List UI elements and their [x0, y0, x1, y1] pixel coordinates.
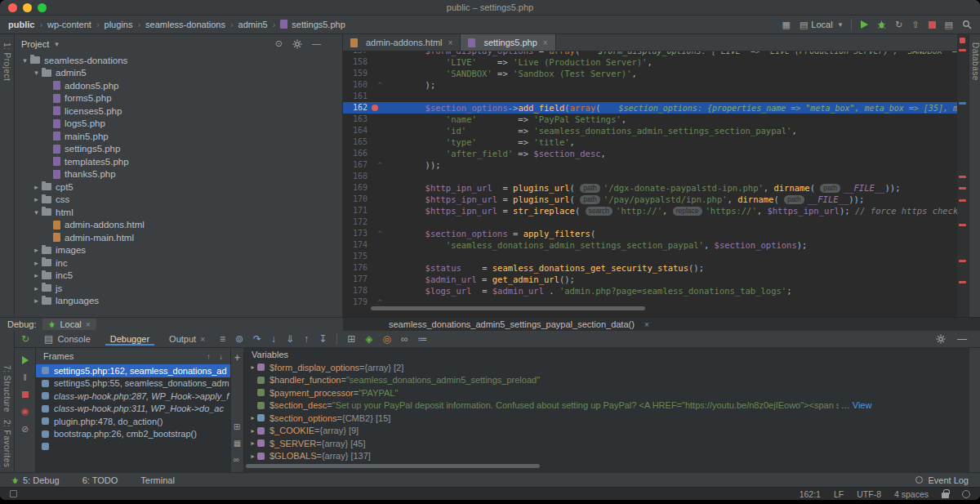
run-to-cursor-icon[interactable]: ↧ — [318, 334, 327, 344]
line-number[interactable]: 178 — [343, 285, 368, 297]
gear-icon[interactable] — [292, 39, 302, 49]
fold-marker-icon[interactable]: ^ — [378, 229, 382, 239]
line-number[interactable]: 179 — [343, 297, 368, 308]
tree-item-admin-addons.html[interactable]: admin-addons.html — [15, 219, 342, 232]
breadcrumb-item-admin5[interactable]: admin5 — [238, 20, 268, 29]
layout-list-icon[interactable]: ≔ — [418, 334, 428, 344]
debug-button[interactable] — [877, 20, 886, 29]
close-icon[interactable]: × — [200, 335, 205, 344]
view-breakpoints-icon[interactable]: ◉ — [21, 407, 29, 416]
step-over-icon[interactable]: ↷ — [253, 334, 261, 344]
editor-tab-admin-addons.html[interactable]: admin-addons.html× — [343, 34, 461, 51]
search-icon[interactable] — [962, 20, 972, 29]
gutter-slot[interactable] — [368, 262, 384, 274]
line-number[interactable]: 174 — [343, 239, 368, 251]
editor-tab-settings5.php[interactable]: settings5.php× — [461, 34, 555, 51]
console-icon[interactable]: ▤ — [945, 20, 953, 29]
error-stripe-mark[interactable] — [959, 49, 966, 51]
tree-item-inc[interactable]: ▸inc — [15, 256, 342, 270]
debug-session-tab[interactable]: Local × — [42, 319, 96, 330]
gutter-slot[interactable] — [368, 68, 384, 79]
tab-output[interactable]: Output × — [164, 332, 210, 346]
frame-row[interactable]: class-wp-hook.php:287, WP_Hook->apply_f — [36, 390, 230, 403]
rerun-icon[interactable]: ↻ — [21, 334, 29, 344]
previous-frame-icon[interactable]: ↑ — [207, 352, 211, 361]
line-number[interactable]: 175 — [343, 251, 368, 262]
evaluate-expression-icon[interactable]: ⊞ — [347, 334, 355, 344]
gutter-slot[interactable] — [368, 274, 384, 285]
close-window-button[interactable] — [8, 3, 17, 12]
line-number[interactable]: 166 — [343, 148, 368, 159]
watch-return-values-icon[interactable]: ∞ — [234, 455, 241, 464]
tree-item-inc5[interactable]: ▸inc5 — [15, 270, 342, 283]
gutter-slot[interactable]: ^ — [368, 228, 384, 239]
variable-row[interactable]: $handler_function = "seamless_donations_… — [244, 374, 969, 387]
variable-row[interactable]: $section_desc = "Set up your PayPal depo… — [244, 399, 969, 413]
line-separator[interactable]: LF — [834, 489, 844, 499]
tree-item-admin5[interactable]: ▾admin5 — [15, 67, 342, 80]
chevron-right-icon[interactable]: ▸ — [248, 414, 257, 421]
breadcrumb-item-plugins[interactable]: plugins — [105, 20, 133, 29]
step-into-icon[interactable]: ↓ — [271, 334, 276, 344]
project-panel-title[interactable]: Project — [21, 39, 49, 49]
chevron-right-icon[interactable]: ▸ — [31, 297, 42, 305]
hide-panel-icon[interactable]: — — [312, 39, 321, 48]
line-number[interactable]: 170 — [343, 194, 368, 205]
resume-program-icon[interactable] — [22, 356, 29, 364]
line-number[interactable]: 163 — [343, 114, 368, 125]
add-watch-icon[interactable]: + — [234, 352, 240, 364]
gutter-slot[interactable] — [368, 56, 384, 68]
frame-row[interactable]: settings5.php:162, seamless_donations_ad — [36, 364, 230, 377]
chevron-right-icon[interactable]: ▸ — [31, 183, 42, 191]
toolstrip-structure-button[interactable]: 7: Structure — [2, 365, 11, 413]
fold-marker-icon[interactable]: ^ — [378, 80, 382, 90]
toolstrip-terminal-button[interactable]: Terminal — [140, 475, 175, 485]
indent-setting[interactable]: 4 spaces — [894, 489, 929, 499]
tree-item-cpt5[interactable]: ▸cpt5 — [15, 181, 342, 194]
step-out-icon[interactable]: ↑ — [304, 334, 309, 344]
close-icon[interactable]: × — [644, 320, 649, 329]
line-number[interactable]: 172 — [343, 216, 368, 228]
stop-button[interactable] — [929, 21, 936, 29]
variable-row[interactable]: $payment_processor = "PAYPAL" — [244, 386, 969, 399]
file-encoding[interactable]: UTF-8 — [857, 489, 881, 499]
event-log-button[interactable]: Event Log — [915, 475, 969, 485]
frame-row[interactable]: settings5.php:55, seamless_donations_adm — [36, 377, 230, 390]
toolstrip-project-button[interactable]: 1: Project — [2, 42, 11, 81]
gutter-slot[interactable] — [368, 182, 384, 194]
toolstrip-todo-button[interactable]: 6: TODO — [82, 475, 118, 485]
mute-breakpoints-icon[interactable]: ⊘ — [21, 425, 29, 434]
error-stripe-mark[interactable] — [959, 176, 966, 178]
error-stripe-mark[interactable] — [959, 281, 966, 283]
line-number[interactable]: 161 — [343, 91, 368, 102]
line-number[interactable]: 177 — [343, 274, 368, 285]
editor-horizontal-scrollbar[interactable] — [371, 306, 645, 310]
close-icon[interactable]: × — [86, 320, 91, 329]
variable-row[interactable]: ▸$_COOKIE = {array} [9] — [244, 425, 969, 438]
tree-item-css[interactable]: ▸css — [15, 194, 342, 207]
line-number[interactable]: 173 — [343, 228, 368, 239]
chevron-right-icon[interactable]: ▸ — [31, 259, 42, 267]
tree-item-templates5.php[interactable]: templates5.php — [15, 155, 342, 168]
line-number[interactable]: 169 — [343, 182, 368, 194]
frame-row[interactable]: class-wp-hook.php:311, WP_Hook->do_ac — [36, 403, 230, 416]
error-stripe-mark[interactable] — [959, 199, 966, 202]
gutter-slot[interactable]: ^ — [368, 159, 384, 171]
tree-item-images[interactable]: ▸images — [15, 244, 342, 257]
error-stripe-mark[interactable] — [959, 224, 966, 226]
chevron-right-icon[interactable]: ▸ — [248, 427, 257, 435]
chevron-right-icon[interactable]: ▸ — [248, 439, 257, 447]
variable-row[interactable]: ▸$_SERVER = {array} [45] — [244, 437, 969, 450]
chevron-down-icon[interactable]: ▾ — [55, 40, 59, 48]
chevron-right-icon[interactable]: ▸ — [31, 195, 42, 203]
update-application-icon[interactable]: ↻ — [895, 20, 902, 29]
toolwindow-toggle-icon[interactable] — [10, 490, 17, 497]
upload-icon[interactable]: ⇧ — [911, 20, 919, 29]
gutter-slot[interactable] — [368, 205, 384, 216]
gutter-slot[interactable] — [368, 148, 384, 159]
toolstrip-database-button[interactable]: Database — [971, 42, 980, 81]
frame-row[interactable]: bootstrap.php:26, cmb2_bootstrap() — [36, 428, 230, 441]
next-frame-icon[interactable]: ↓ — [219, 352, 223, 361]
highlighting-level-icon[interactable] — [962, 490, 970, 498]
close-icon[interactable]: × — [448, 38, 453, 47]
